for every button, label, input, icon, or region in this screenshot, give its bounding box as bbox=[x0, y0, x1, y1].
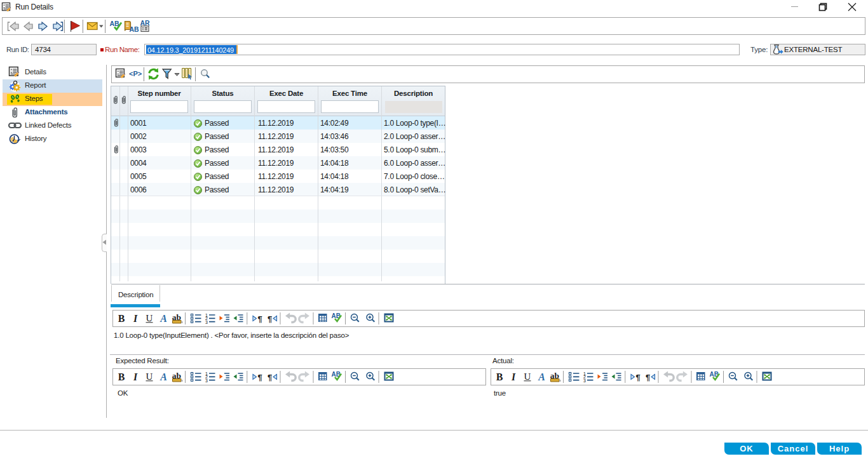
svg-text:AR: AR bbox=[140, 19, 151, 27]
svg-text:AB: AB bbox=[130, 25, 140, 33]
